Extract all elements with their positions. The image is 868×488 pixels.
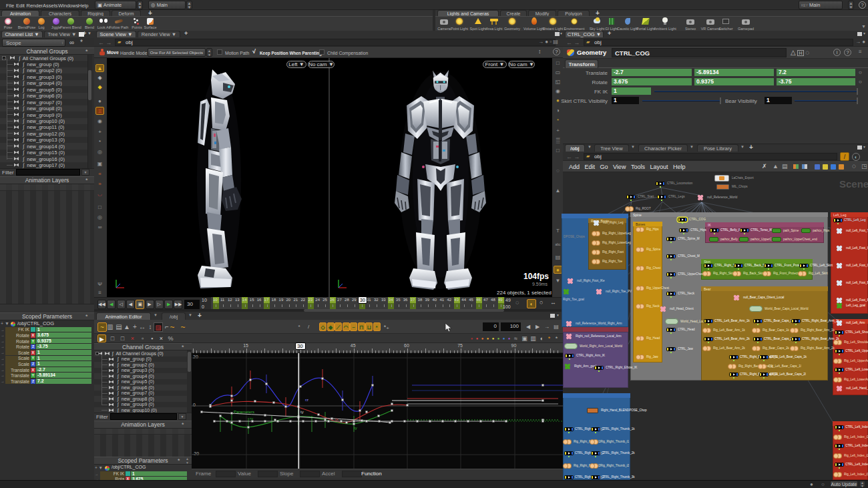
svg-text:Parameters: Parameters	[234, 410, 254, 414]
svg-text:rx: rx	[230, 397, 234, 401]
svg-text:ry: ry	[250, 417, 253, 421]
svg-text:rz: rz	[305, 398, 308, 402]
svg-text:tx: tx	[335, 417, 339, 421]
svg-text:ty: ty	[300, 410, 304, 414]
svg-text:ty: ty	[354, 426, 357, 430]
